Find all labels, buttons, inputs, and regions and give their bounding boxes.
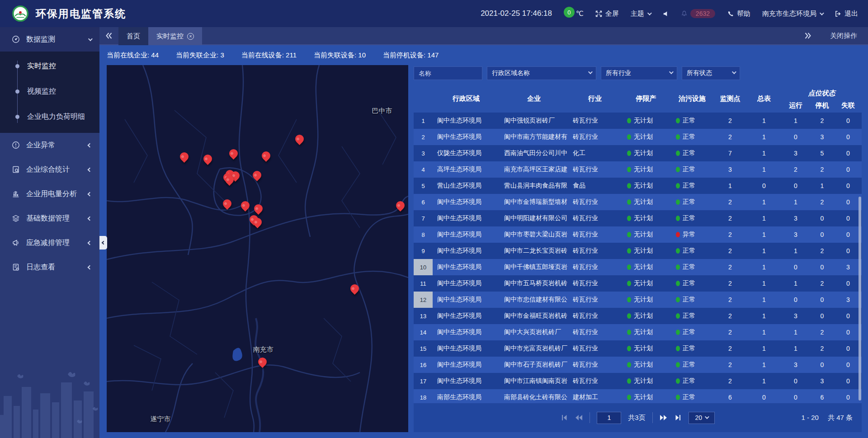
previous-page-button[interactable]	[575, 414, 583, 421]
tab-close-icon[interactable]: ×	[187, 33, 194, 40]
sidebar-item-data-monitor[interactable]: 数据监测	[0, 27, 99, 52]
column-subheader[interactable]: 运行	[782, 99, 810, 113]
column-subheader[interactable]: 失联	[835, 99, 862, 113]
table-row[interactable]: 12 阆中生态环境局 阆中市忠信建材有限公 砖瓦行业 无计划 正常 2 1 0 …	[414, 292, 862, 308]
total-pages-label: 共3页	[628, 414, 645, 422]
sidebar-subitem[interactable]: 视频监控	[0, 79, 99, 104]
cell-monitor-points: 2	[714, 117, 746, 124]
layers-icon	[12, 214, 20, 222]
theme-menu[interactable]: 主题	[631, 9, 651, 18]
row-number: 5	[414, 178, 433, 194]
status-dot-icon	[627, 264, 631, 270]
pagination-divider	[590, 412, 590, 423]
column-header[interactable]: 监测点	[714, 85, 746, 113]
table-row[interactable]: 13 阆中生态环境局 阆中市金福旺页岩机砖 砖瓦行业 无计划 正常 2 1 3 …	[414, 308, 862, 324]
table-row[interactable]: 14 阆中生态环境局 阆中大兴页岩机砖厂 砖瓦行业 无计划 正常 2 1 1 2…	[414, 324, 862, 340]
cell-running: 2	[782, 166, 810, 173]
table-row[interactable]: 17 阆中生态环境局 阆中市江南镇阆南页岩 砖瓦行业 无计划 正常 2 1 0 …	[414, 373, 862, 389]
fullscreen-button[interactable]: 全屏	[595, 9, 619, 18]
close-operations-button[interactable]: 关闭操作	[830, 32, 857, 40]
sidebar-item-base-data[interactable]: 基础数据管理	[0, 206, 99, 231]
speaker-icon	[662, 10, 669, 17]
table-row[interactable]: 8 阆中生态环境局 阆中市枣碧大梁山页岩 砖瓦行业 无计划 异常 2 1 3 0…	[414, 226, 862, 243]
notifications[interactable]: 2632	[681, 9, 715, 18]
sidebar-item-logs[interactable]: 日志查看	[0, 255, 99, 279]
status-dot-icon	[627, 151, 631, 156]
cell-region: 阆中生态环境局	[433, 328, 500, 336]
org-menu[interactable]: 南充市生态环境局	[762, 9, 823, 18]
cell-facility-status: 正常	[670, 296, 714, 304]
first-page-button[interactable]	[561, 414, 568, 421]
sidebar-item-emergency[interactable]: 应急减排管理	[0, 231, 99, 255]
table-row[interactable]: 16 阆中生态环境局 阆中市石子页岩机砖厂 砖瓦行业 无计划 正常 2 1 3 …	[414, 357, 862, 373]
row-number: 10	[414, 259, 433, 275]
scrollbar-thumb[interactable]	[859, 197, 861, 400]
tab-首页[interactable]: 首页	[118, 27, 148, 45]
region-filter-select[interactable]: 行政区域名称	[487, 66, 596, 80]
sidebar-subitem[interactable]: 实时监控	[0, 53, 99, 79]
row-number: 14	[414, 324, 433, 340]
column-header[interactable]: 治污设施	[670, 85, 714, 113]
name-filter-input[interactable]	[414, 66, 482, 80]
total-count-label: 共 47 条	[828, 414, 853, 422]
cell-stop-status: 无计划	[622, 182, 670, 190]
next-page-icon	[660, 414, 668, 421]
column-header[interactable]: 行业	[568, 85, 622, 113]
column-subheader[interactable]: 停机	[810, 99, 835, 113]
last-page-button[interactable]	[675, 414, 682, 421]
cell-company: 阆中大兴页岩机砖厂	[500, 328, 568, 336]
logout-button[interactable]: 退出	[835, 9, 858, 18]
stats-bar: 当前在线企业: 44 当前失联企业: 3 当前在线设备: 211 当前失联设备:…	[107, 45, 862, 65]
table-row[interactable]: 1 阆中生态环境局 阆中强锐页岩砖厂 砖瓦行业 无计划 正常 2 1 1 2 0	[414, 113, 862, 129]
cell-stopped: 3	[810, 133, 835, 141]
page-size-select[interactable]: 20	[689, 412, 715, 424]
sidebar-item-label: 企业异常	[26, 141, 88, 150]
pagination-divider	[652, 412, 653, 423]
sidebar-item-power-analysis[interactable]: 企业用电量分析	[0, 182, 99, 206]
cell-meters: 1	[746, 231, 782, 238]
table-row[interactable]: 5 营山生态环境局 营山县润丰肉食品有限 食品 无计划 正常 1 0 0 1 0	[414, 178, 862, 194]
cell-running: 0	[782, 394, 810, 401]
cell-facility-status: 正常	[670, 165, 714, 174]
page-number-input[interactable]	[597, 412, 621, 424]
industry-filter-select[interactable]: 所有行业	[601, 66, 677, 80]
table-row[interactable]: 2 阆中生态环境局 阆中市南方节能建材有 砖瓦行业 无计划 正常 2 1 0 3…	[414, 129, 862, 145]
help-button[interactable]: 帮助	[727, 9, 750, 18]
column-header[interactable]: 行政区域	[433, 85, 500, 113]
cell-facility-status: 正常	[670, 344, 714, 353]
table-row[interactable]: 10 阆中生态环境局 阆中千佛镇五郎垭页岩 砖瓦行业 无计划 正常 2 1 0 …	[414, 259, 862, 275]
cell-facility-status: 正常	[670, 133, 714, 141]
table-row[interactable]: 7 阆中生态环境局 阆中明阳建材有限公司 砖瓦行业 无计划 正常 2 1 3 0…	[414, 210, 862, 226]
stat-item: 当前在线设备: 211	[241, 51, 297, 60]
cell-monitor-points: 2	[714, 361, 746, 368]
table-row[interactable]: 11 阆中生态环境局 阆中市五马桥页岩机砖 砖瓦行业 无计划 正常 2 1 1 …	[414, 275, 862, 292]
table-row[interactable]: 18 南部生态环境局 南部县砖化土砖有限公 建材加工 无计划 正常 6 0 0 …	[414, 389, 862, 403]
table-row[interactable]: 4 高坪生态环境局 南充市高坪区王家店建 砖瓦行业 无计划 正常 3 1 2 2…	[414, 161, 862, 178]
sidebar-collapse-toggle[interactable]	[99, 236, 107, 250]
column-header[interactable]: 停限产	[622, 85, 670, 113]
table-row[interactable]: 15 阆中生态环境局 阆中市光富页岩机砖厂 砖瓦行业 无计划 正常 2 1 1 …	[414, 340, 862, 357]
mute-button[interactable]	[662, 10, 669, 17]
tabs-scroll-left-button[interactable]	[99, 27, 118, 44]
sidebar-subitem[interactable]: 企业电力负荷明细	[0, 104, 99, 129]
next-page-button[interactable]	[660, 414, 668, 421]
map-panel[interactable]: 巴中市 南充市 遂宁市	[107, 65, 408, 432]
sidebar-item-company-stats[interactable]: 企业综合统计	[0, 157, 99, 182]
status-filter-select[interactable]: 所有状态	[682, 66, 740, 80]
sidebar-item-company-abnormal[interactable]: 企业异常	[0, 133, 99, 157]
cell-stop-status: 无计划	[622, 214, 670, 222]
tabs-scroll-right-button[interactable]	[798, 33, 817, 39]
table-row[interactable]: 3 仪陇生态环境局 西南油气田分公司川中 化工 无计划 正常 7 1 3 5 0	[414, 145, 862, 161]
status-dot-icon	[676, 183, 680, 188]
table-row[interactable]: 9 阆中生态环境局 阆中市二龙长宝页岩砖 砖瓦行业 无计划 正常 2 1 1 2…	[414, 243, 862, 259]
cell-offline: 0	[835, 166, 862, 173]
column-header[interactable]: 企业	[500, 85, 568, 113]
sidebar-item-label: 企业综合统计	[26, 165, 88, 174]
table-scrollbar[interactable]	[858, 113, 862, 403]
column-header[interactable]: 总表	[746, 85, 782, 113]
cell-stopped: 0	[810, 312, 835, 320]
cell-running: 3	[782, 215, 810, 222]
tab-实时监控[interactable]: 实时监控 ×	[148, 27, 202, 45]
cell-stop-status: 无计划	[622, 361, 670, 369]
table-row[interactable]: 6 阆中生态环境局 阆中市金博瑞新型墙材 砖瓦行业 无计划 正常 2 1 1 2…	[414, 194, 862, 210]
